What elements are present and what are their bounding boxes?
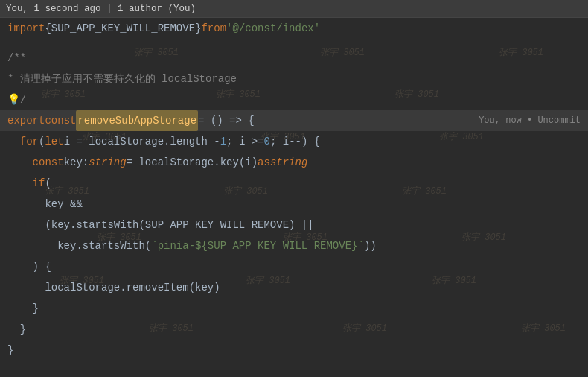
code-text: } bbox=[7, 340, 13, 361]
template-string: `pinia-${SUP_APP_KEY_WILL_REMOVE}` bbox=[151, 235, 364, 256]
code-text: (key.startsWith(SUP_APP_KEY_WILL_REMOVE)… bbox=[7, 215, 314, 235]
code-line-comment-end: 💡 / bbox=[0, 89, 588, 110]
keyword-import: import bbox=[7, 18, 45, 39]
code-text: ; i >= bbox=[226, 131, 263, 152]
code-text: } bbox=[7, 319, 26, 340]
code-text: key: bbox=[64, 152, 89, 173]
code-line-close-for: } bbox=[0, 319, 588, 340]
code-text: = () => { bbox=[198, 110, 255, 131]
keyword-export: export bbox=[7, 110, 45, 131]
code-text: key && bbox=[7, 194, 83, 215]
code-line-comment-body: * 清理掉子应用不需要持久化的 localStorage bbox=[0, 69, 588, 89]
code-text: = localStorage.key(i) bbox=[127, 152, 258, 173]
code-line-const-key: const key: string = localStorage.key(i) … bbox=[0, 152, 588, 173]
code-area: import { SUP_APP_KEY_WILL_REMOVE } from … bbox=[0, 18, 588, 361]
code-text bbox=[7, 173, 33, 194]
code-text: SUP_APP_KEY_WILL_REMOVE bbox=[51, 18, 195, 39]
code-editor: You, 1 second ago | 1 author (You) impor… bbox=[0, 0, 588, 377]
code-text: ( bbox=[39, 131, 45, 152]
code-text: } bbox=[7, 298, 39, 319]
keyword-from: from bbox=[201, 18, 226, 39]
code-text bbox=[7, 131, 20, 152]
code-line-close-paren: ) { bbox=[0, 256, 588, 277]
keyword-const: const bbox=[33, 152, 64, 173]
code-text: localStorage.removeItem(key) bbox=[7, 277, 220, 298]
code-text: ( bbox=[45, 173, 51, 194]
inline-blame: You, now • Uncommit bbox=[479, 110, 581, 131]
code-line: import { SUP_APP_KEY_WILL_REMOVE } from … bbox=[0, 18, 588, 39]
code-text: } bbox=[195, 18, 201, 39]
type-annotation: string bbox=[89, 152, 126, 173]
code-text: { bbox=[45, 18, 51, 39]
keyword-as: as bbox=[258, 152, 270, 173]
code-line-starts-with-2: key.startsWith( `pinia-${SUP_APP_KEY_WIL… bbox=[0, 235, 588, 256]
keyword-const: const bbox=[45, 110, 76, 131]
keyword-let: let bbox=[45, 131, 63, 152]
comment-text: /** bbox=[7, 48, 26, 69]
number-literal: 1 bbox=[220, 131, 226, 152]
number-literal: 0 bbox=[264, 131, 270, 152]
comment-text: * 清理掉子应用不需要持久化的 localStorage bbox=[7, 69, 237, 89]
bulb-icon: 💡 bbox=[7, 89, 20, 110]
code-text: i = localStorage.length - bbox=[64, 131, 220, 152]
code-line-key-and: key && bbox=[0, 194, 588, 215]
code-text: key.startsWith( bbox=[7, 235, 151, 256]
code-line-blank bbox=[0, 39, 588, 48]
keyword-for: for bbox=[20, 131, 39, 152]
string-literal: '@/const/index' bbox=[226, 18, 320, 39]
code-line-for: for ( let i = localStorage.length - 1 ; … bbox=[0, 131, 588, 152]
code-line-remove-item: localStorage.removeItem(key) bbox=[0, 277, 588, 298]
blame-header: You, 1 second ago | 1 author (You) bbox=[0, 0, 588, 18]
code-line-if: if ( bbox=[0, 173, 588, 194]
type-annotation: string bbox=[270, 152, 307, 173]
code-text: )) bbox=[364, 235, 377, 256]
code-line-starts-with-1: (key.startsWith(SUP_APP_KEY_WILL_REMOVE)… bbox=[0, 215, 588, 235]
code-text: ; i--) { bbox=[270, 131, 320, 152]
keyword-if: if bbox=[33, 173, 45, 194]
code-line-comment-start: /** bbox=[0, 48, 588, 69]
code-line-export: export const removeSubAppStorage = () =>… bbox=[0, 110, 588, 131]
code-text bbox=[7, 152, 33, 173]
blame-author: You, 1 second ago | 1 author (You) bbox=[6, 4, 196, 14]
code-text: ) { bbox=[7, 256, 51, 277]
function-name-highlighted: removeSubAppStorage bbox=[76, 110, 198, 131]
code-line-close-export: } bbox=[0, 340, 588, 361]
code-line-close-inner: } bbox=[0, 298, 588, 319]
comment-text: / bbox=[20, 89, 26, 110]
